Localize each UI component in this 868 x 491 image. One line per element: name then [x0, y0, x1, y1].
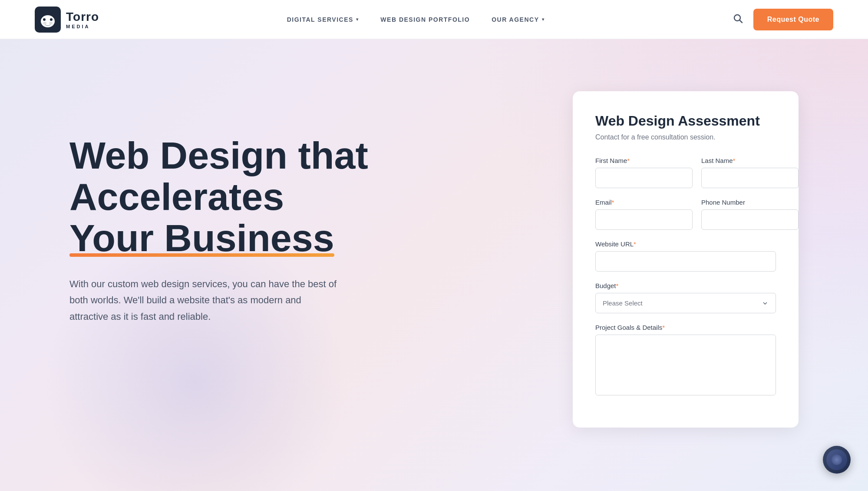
form-container: Web Design Assessment Contact for a free… — [573, 91, 799, 428]
budget-row: Budget* Please Select $1,000 - $2,500 $2… — [595, 282, 776, 313]
svg-point-4 — [43, 18, 46, 21]
assessment-form-card: Web Design Assessment Contact for a free… — [573, 91, 799, 428]
website-row: Website URL* — [595, 240, 776, 272]
main-nav: DIGITAL SERVICES ▾ WEB DESIGN PORTFOLIO … — [287, 16, 545, 23]
chevron-down-icon-agency: ▾ — [542, 17, 545, 22]
chat-bubble-icon — [832, 455, 842, 465]
brand-name: Torro — [66, 10, 99, 24]
website-url-group: Website URL* — [595, 240, 776, 272]
brand-subtitle: MEDIA — [66, 24, 99, 29]
form-subtitle: Contact for a free consultation session. — [595, 133, 776, 141]
svg-point-2 — [43, 22, 46, 24]
form-title: Web Design Assessment — [595, 113, 776, 129]
last-name-group: Last Name* — [701, 157, 799, 188]
last-name-input[interactable] — [701, 168, 799, 188]
first-name-group: First Name* — [595, 157, 693, 188]
search-icon — [733, 13, 743, 23]
project-goals-label: Project Goals & Details* — [595, 324, 776, 331]
chevron-down-icon: ▾ — [356, 17, 359, 22]
first-name-input[interactable] — [595, 168, 693, 188]
last-name-label: Last Name* — [701, 157, 799, 164]
hero-section: Web Design that Accelerates Your Busines… — [0, 39, 868, 491]
project-goals-row: Project Goals & Details* — [595, 324, 776, 395]
nav-digital-services[interactable]: DIGITAL SERVICES ▾ — [287, 16, 359, 23]
chat-button[interactable] — [823, 446, 851, 474]
request-quote-button[interactable]: Request Quote — [753, 9, 833, 30]
hero-content: Web Design that Accelerates Your Busines… — [69, 83, 408, 325]
nav-web-design-portfolio[interactable]: WEB DESIGN PORTFOLIO — [380, 16, 470, 23]
nav-our-agency[interactable]: OUR AGENCY ▾ — [492, 16, 545, 23]
svg-line-7 — [740, 20, 742, 23]
project-goals-textarea[interactable] — [595, 335, 776, 395]
email-label: Email* — [595, 199, 693, 206]
email-group: Email* — [595, 199, 693, 230]
svg-point-5 — [50, 18, 53, 21]
first-name-label: First Name* — [595, 157, 693, 164]
navbar: Torro MEDIA DIGITAL SERVICES ▾ WEB DESIG… — [0, 0, 868, 39]
project-goals-group: Project Goals & Details* — [595, 324, 776, 395]
phone-input[interactable] — [701, 209, 799, 230]
budget-group: Budget* Please Select $1,000 - $2,500 $2… — [595, 282, 776, 313]
budget-label: Budget* — [595, 282, 776, 289]
hero-title-underlined: Your Business — [69, 217, 334, 259]
logo[interactable]: Torro MEDIA — [35, 7, 99, 33]
logo-icon — [35, 7, 61, 33]
budget-select[interactable]: Please Select $1,000 - $2,500 $2,500 - $… — [595, 293, 776, 313]
name-row: First Name* Last Name* — [595, 157, 776, 188]
svg-point-3 — [49, 22, 53, 24]
hero-title: Web Design that Accelerates Your Busines… — [69, 135, 408, 259]
hero-description: With our custom web design services, you… — [69, 276, 339, 325]
logo-text: Torro MEDIA — [66, 10, 99, 29]
search-button[interactable] — [733, 13, 743, 26]
svg-point-6 — [734, 15, 740, 21]
website-url-label: Website URL* — [595, 240, 776, 248]
email-input[interactable] — [595, 209, 693, 230]
chat-icon — [826, 449, 847, 470]
contact-row: Email* Phone Number — [595, 199, 776, 230]
phone-group: Phone Number — [701, 199, 799, 230]
navbar-actions: Request Quote — [733, 9, 833, 30]
website-url-input[interactable] — [595, 251, 776, 272]
phone-label: Phone Number — [701, 199, 799, 206]
